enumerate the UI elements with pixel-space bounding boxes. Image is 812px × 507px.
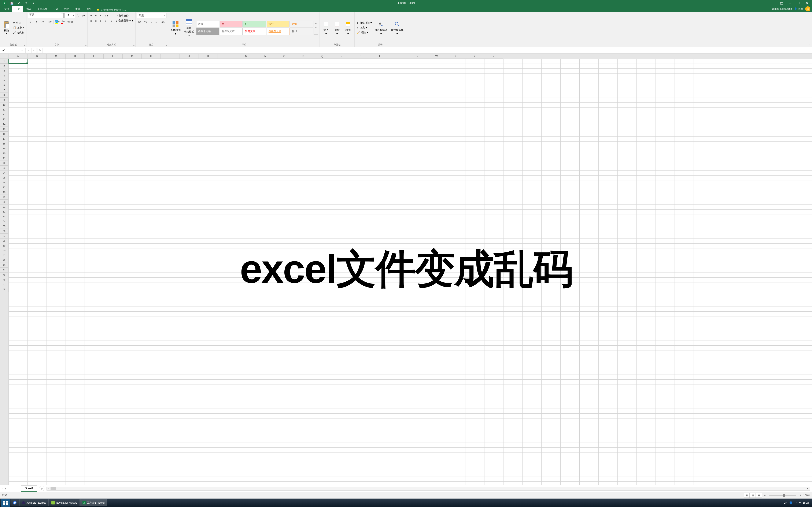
zoom-in-button[interactable]: + [800, 494, 801, 497]
column-header[interactable]: P [294, 54, 313, 59]
row-header[interactable]: 19 [0, 146, 8, 151]
autosum-button[interactable]: ∑自动求和▾ [356, 21, 372, 25]
number-format-combo[interactable]: 常规▾ [137, 13, 166, 18]
row-header[interactable]: 35 [0, 224, 8, 229]
undo-icon[interactable]: ↶ [16, 0, 22, 6]
user-name[interactable]: James Saint.John [772, 7, 792, 10]
decrease-font-button[interactable]: A▾ [82, 13, 86, 18]
style-bad[interactable]: 差 [220, 21, 243, 27]
page-break-view-button[interactable]: ▣ [756, 493, 762, 498]
row-header[interactable]: 32 [0, 209, 8, 214]
column-header[interactable]: T [370, 54, 389, 59]
row-header[interactable]: 10 [0, 103, 8, 107]
minimize-icon[interactable]: ─ [786, 1, 794, 5]
select-all-corner[interactable] [0, 54, 8, 59]
paste-button[interactable]: 粘贴 ▼ [1, 20, 11, 35]
wrap-text-button[interactable]: ↩自动换行 [115, 13, 134, 18]
column-header[interactable]: K [199, 54, 218, 59]
share-button[interactable]: 👤 共享 [794, 7, 803, 11]
feedback-smiley-icon[interactable]: ☺ [805, 6, 810, 11]
column-header[interactable]: Y [465, 54, 484, 59]
cancel-formula-button[interactable]: ✕ [26, 48, 31, 53]
save-icon[interactable]: 💾 [9, 0, 15, 6]
row-header[interactable]: 34 [0, 219, 8, 224]
clock[interactable]: 15:24 [803, 501, 809, 504]
comma-button[interactable]: , [149, 19, 154, 24]
row-header[interactable]: 29 [0, 195, 8, 200]
scroll-right-icon[interactable]: ▸ [806, 487, 810, 490]
align-right-button[interactable]: ≡ [98, 18, 103, 24]
row-header[interactable]: 11 [0, 107, 8, 112]
row-header[interactable]: 21 [0, 156, 8, 161]
taskbar-navicat[interactable]: Navicat for MySQL [49, 499, 80, 506]
row-header[interactable]: 1 [0, 59, 8, 64]
row-header[interactable]: 38 [0, 238, 8, 243]
cut-button[interactable]: ✂剪切 [12, 21, 25, 25]
row-header[interactable]: 25 [0, 175, 8, 180]
sort-filter-button[interactable]: AZ排序和筛选▾ [373, 20, 389, 36]
border-button[interactable]: ⊞▾ [47, 19, 52, 24]
fill-color-button[interactable]: 🪣▾ [54, 19, 60, 24]
clear-button[interactable]: 🧹清除▾ [356, 31, 372, 35]
row-header[interactable]: 27 [0, 185, 8, 190]
increase-font-button[interactable]: A▴ [76, 13, 81, 18]
zoom-thumb[interactable] [782, 494, 785, 497]
dialog-launcher-icon[interactable]: ⬊ [133, 44, 135, 47]
align-left-button[interactable]: ≡ [89, 18, 94, 24]
row-header[interactable]: 20 [0, 151, 8, 156]
zoom-slider[interactable] [769, 495, 796, 496]
zoom-level[interactable]: 100% [803, 494, 810, 497]
row-header[interactable]: 30 [0, 200, 8, 205]
expand-formula-bar-icon[interactable]: ⌄ [808, 49, 812, 52]
column-header[interactable]: L [218, 54, 237, 59]
style-check[interactable]: 检查单元格 [196, 28, 219, 35]
row-header[interactable]: 14 [0, 122, 8, 127]
font-name-combo[interactable]: 等线▾ [28, 13, 64, 18]
ime-mode[interactable]: 中 [795, 501, 797, 505]
conditional-format-button[interactable]: 条件格式▾ [169, 20, 182, 36]
ribbon-options-icon[interactable] [778, 1, 785, 5]
taskbar-chrome[interactable] [11, 499, 19, 506]
column-header[interactable]: V [408, 54, 427, 59]
style-calc[interactable]: 计算 [290, 21, 313, 27]
ime-indicator[interactable]: CH [784, 501, 787, 504]
tab-insert[interactable]: 插入 [23, 6, 34, 12]
increase-indent-button[interactable]: ⇥ [109, 18, 113, 24]
column-header[interactable]: H [142, 54, 161, 59]
row-header[interactable]: 22 [0, 161, 8, 166]
formula-input[interactable] [44, 48, 807, 53]
align-middle-button[interactable]: ≡ [94, 13, 98, 18]
column-header[interactable]: F [104, 54, 123, 59]
font-size-combo[interactable]: 11▾ [64, 13, 75, 18]
format-table-button[interactable]: 套用 表格格式▾ [183, 18, 195, 38]
row-header[interactable]: 4 [0, 73, 8, 78]
sheet-last-icon[interactable]: ▸ [5, 487, 6, 490]
taskbar-excel[interactable]: X工作簿1 - Excel [80, 499, 107, 506]
column-header[interactable]: C [47, 54, 65, 59]
enter-formula-button[interactable]: ✓ [31, 48, 37, 53]
merge-center-button[interactable]: ⊟合并后居中▾ [115, 18, 134, 23]
row-header[interactable]: 47 [0, 282, 8, 287]
row-header[interactable]: 5 [0, 78, 8, 83]
row-header[interactable]: 9 [0, 98, 8, 103]
row-header[interactable]: 44 [0, 268, 8, 273]
name-box[interactable]: A1▾ [1, 48, 24, 53]
style-normal[interactable]: 常规 [196, 21, 219, 27]
maximize-icon[interactable]: ☐ [795, 1, 802, 5]
insert-cells-button[interactable]: +插入▾ [321, 20, 331, 36]
column-header[interactable]: J [180, 54, 199, 59]
tab-formulas[interactable]: 公式 [50, 6, 61, 12]
tab-data[interactable]: 数据 [61, 6, 72, 12]
phonetic-button[interactable]: wén▾ [68, 19, 73, 24]
underline-button[interactable]: U▾ [40, 19, 45, 24]
row-header[interactable]: 13 [0, 117, 8, 122]
tab-review[interactable]: 审阅 [72, 6, 83, 12]
row-header[interactable]: 23 [0, 166, 8, 170]
row-header[interactable]: 24 [0, 170, 8, 175]
align-center-button[interactable]: ≡ [94, 18, 98, 24]
column-header[interactable]: G [123, 54, 142, 59]
dialog-launcher-icon[interactable]: ⬊ [85, 44, 87, 47]
column-header[interactable]: S [351, 54, 370, 59]
cells-area[interactable] [8, 59, 812, 485]
fill-button[interactable]: ⬇填充▾ [356, 25, 372, 30]
